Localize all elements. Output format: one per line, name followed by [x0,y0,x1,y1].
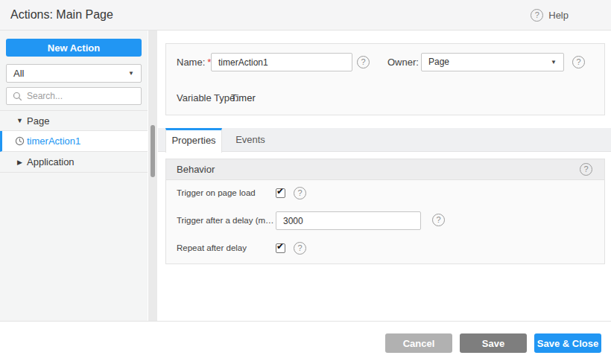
triangle-collapsed-icon: ▶ [15,159,25,166]
owner-select-value: Page [428,57,449,67]
save-and-close-button[interactable]: Save & Close [534,333,601,353]
vertical-scrollbar-thumb[interactable] [151,125,155,177]
cancel-button[interactable]: Cancel [385,333,452,353]
actions-sidebar: New Action All ▼ ▼ Page [0,31,148,321]
search-input[interactable] [27,91,135,101]
triangle-expanded-icon: ▼ [15,117,25,124]
dialog-header: Actions: Main Page ? Help [0,0,611,31]
trigger-after-delay-help-icon[interactable]: ? [432,214,445,226]
owner-label: Owner:* [387,53,425,71]
behavior-section: Behavior ? Trigger on page load ✔ ? Trig… [165,159,605,264]
vertical-scrollbar-track[interactable] [148,31,157,321]
behavior-help-icon[interactable]: ? [580,163,592,176]
checkmark-icon: ✔ [276,241,284,252]
tree-group-page[interactable]: ▼ Page [0,110,148,131]
repeat-after-delay-label: Repeat after delay [177,243,247,254]
search-icon [13,92,22,101]
trigger-on-page-load-help-icon[interactable]: ? [294,187,306,199]
checkmark-icon: ✔ [276,186,284,197]
chevron-down-icon: ▼ [128,65,134,82]
owner-help-icon[interactable]: ? [572,56,585,68]
behavior-section-header: Behavior ? [166,159,604,180]
filter-select[interactable]: All ▼ [6,64,142,83]
page-title: Actions: Main Page [10,0,113,30]
tab-events[interactable]: Events [222,128,279,152]
trigger-on-page-load-checkbox[interactable]: ✔ [276,188,285,198]
help-icon: ? [531,9,543,22]
clock-icon [15,136,25,146]
actions-dialog: Actions: Main Page ? Help New Action All… [0,0,611,364]
chevron-down-icon: ▼ [551,54,557,71]
repeat-after-delay-checkbox[interactable]: ✔ [276,243,285,253]
action-summary-card: Name:* ? Owner:* Page ▼ ? Variable Type:… [165,43,605,115]
save-button[interactable]: Save [460,333,527,353]
behavior-title: Behavior [177,164,215,175]
owner-select[interactable]: Page ▼ [421,53,564,71]
tree-item-label: timerAction1 [27,135,80,147]
tab-properties[interactable]: Properties [165,128,222,153]
help-button[interactable]: ? Help [531,9,569,22]
variable-type-value: Timer [231,89,256,107]
tree-group-label: Page [27,115,49,127]
filter-select-value: All [13,68,24,79]
trigger-on-page-load-label: Trigger on page load [177,188,256,199]
repeat-after-delay-help-icon[interactable]: ? [294,242,306,255]
tree-group-label: Application [27,156,75,167]
help-label: Help [548,10,569,21]
actions-tree: ▼ Page timerAction1 ▶ Application [0,110,148,173]
name-help-icon[interactable]: ? [357,56,370,68]
variable-type-label: Variable Type: [177,89,238,107]
footer-divider [0,321,611,322]
trigger-after-delay-label: Trigger after a delay (millisec... [177,215,276,226]
new-action-button[interactable]: New Action [6,39,142,57]
trigger-after-delay-input[interactable] [276,211,421,230]
name-label: Name:* [177,53,211,71]
name-input[interactable] [211,53,352,71]
tree-item-timeraction1[interactable]: timerAction1 [0,131,148,152]
tree-group-application[interactable]: ▶ Application [0,152,148,173]
search-box [6,87,142,105]
